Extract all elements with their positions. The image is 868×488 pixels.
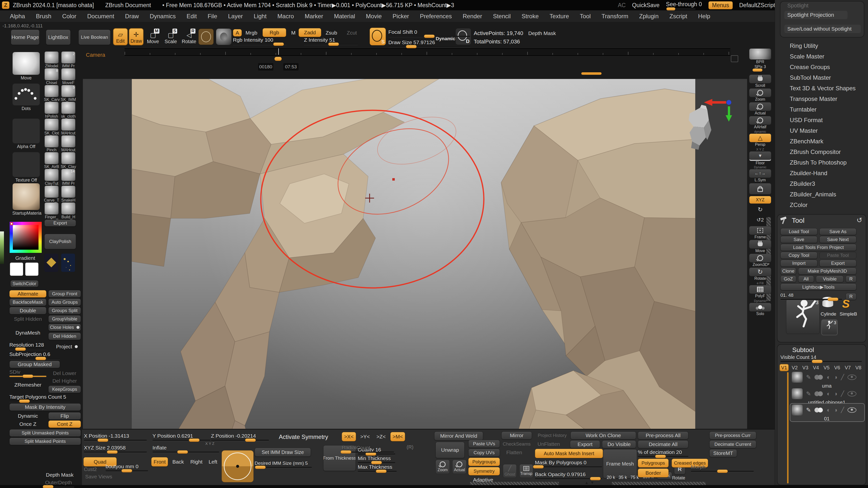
once-z-button[interactable]: Once Z	[9, 420, 46, 428]
brush-sk_cloth[interactable]: sk_cloth	[61, 102, 76, 119]
slider-thumb[interactable]	[189, 438, 199, 442]
resolution-slider[interactable]: Resolution 128	[9, 342, 46, 350]
menus-button[interactable]: Menus	[708, 1, 733, 9]
plugin-text-3d-vector-shapes[interactable]: Text 3D & Vector Shapes	[790, 85, 856, 92]
brush-carve_t[interactable]: Carve_T	[44, 186, 59, 203]
difference-icon[interactable]: ◑	[834, 374, 838, 381]
brush-sk_imm[interactable]: 5SK_IMM	[61, 85, 76, 102]
focal-shift-slider[interactable]: Focal Shift 0	[389, 29, 470, 37]
tool-export-button[interactable]: Export	[819, 260, 857, 267]
menu-brush[interactable]: Brush	[36, 13, 51, 20]
brush-visibility-icon[interactable]: ╱	[841, 391, 844, 397]
m-button[interactable]: M	[290, 29, 297, 36]
uv-symmetry-button[interactable]: Symmetry	[468, 467, 500, 476]
shade-icon[interactable]: ◐	[827, 374, 831, 381]
menu-preferences[interactable]: Preferences	[420, 13, 452, 20]
plugin-uv-master[interactable]: UV Master	[790, 127, 818, 134]
plugin-zbuilder-hand[interactable]: Zbuilder-Hand	[790, 170, 827, 177]
group-masked-button[interactable]: Group Masked	[9, 361, 60, 368]
shelf-rot-cw[interactable]: ↻	[748, 205, 773, 214]
brush-chisel[interactable]: 8Chisel	[44, 68, 59, 85]
auto-groups-button[interactable]: Auto Groups	[49, 299, 81, 306]
menu-help[interactable]: Help	[698, 13, 710, 20]
rotate-mode-button[interactable]: R◁ Rotate	[182, 28, 196, 45]
texture-thumb-map[interactable]	[61, 254, 75, 272]
slider-thumb[interactable]	[365, 452, 376, 456]
brush-pinch[interactable]: Pinch	[44, 135, 59, 152]
tool-copy-tool-button[interactable]: Copy Tool	[780, 252, 817, 259]
save-views-button[interactable]: Save Views	[84, 473, 114, 480]
sdiv-slider[interactable]: SDiv	[9, 369, 46, 377]
menu-alpha[interactable]: Alpha	[10, 13, 25, 20]
export-button[interactable]: Export	[570, 440, 600, 448]
difference-icon[interactable]: ◑	[834, 406, 838, 414]
brush-claytut[interactable]: ClayTut	[44, 169, 59, 186]
viewport-canvas[interactable]	[83, 79, 747, 429]
plugin-usd-format[interactable]: USD Format	[790, 117, 823, 124]
set-imm-draw-size-button[interactable]: Set IMM Draw Size	[255, 448, 311, 457]
plugin-zbrush-compositor[interactable]: ZBrush Compositor	[790, 149, 841, 155]
zsub-button[interactable]: Zsub	[324, 29, 339, 36]
brush-finger_[interactable]: Finger_	[44, 202, 59, 219]
brush-visibility-icon[interactable]: ╱	[841, 374, 844, 380]
menu-material[interactable]: Material	[334, 13, 355, 20]
uv-zoom-button[interactable]: Zoom	[435, 460, 450, 474]
sym-m-button[interactable]: >M<	[390, 432, 405, 441]
del-lower-button[interactable]: Del Lower	[49, 370, 81, 377]
tool-r-button[interactable]: R	[845, 276, 857, 282]
shelf-xyz[interactable]: XYZ	[748, 196, 773, 204]
boutyou-slider[interactable]: boutyou mm 0	[105, 464, 148, 471]
shelf-zoom3d[interactable]: Zoom3D	[748, 254, 773, 267]
slider-thumb[interactable]	[376, 469, 386, 473]
slider-thumb[interactable]	[424, 34, 435, 38]
brush-imm pr[interactable]: 14IMM Pr	[61, 169, 76, 186]
left-view-button[interactable]: Left	[206, 457, 220, 466]
decimate-current-button[interactable]: Decimate Current	[709, 440, 756, 448]
brush-mahcut[interactable]: MAHcut	[61, 135, 76, 152]
dynamic-button[interactable]: Dynamic	[9, 412, 46, 420]
tool-load-tool-button[interactable]: Load Tool	[780, 228, 817, 235]
spotlight-projection-button[interactable]: Spotlight Projection	[784, 11, 847, 19]
menu-transform[interactable]: Transform	[601, 13, 628, 20]
tool-restore-icon[interactable]: ↺	[857, 216, 862, 224]
shelf-persp[interactable]: dynamic△Persp	[748, 130, 773, 147]
camera-gizmo[interactable]	[682, 95, 734, 152]
draw-size-slider[interactable]: Draw Size 57.97126	[389, 39, 470, 48]
menu-texture[interactable]: Texture	[550, 13, 569, 20]
claypolish-button[interactable]: ClayPolish	[44, 234, 76, 249]
visible-count-slider[interactable]: Visible Count 14	[780, 355, 862, 362]
shelf-rot-ccw2[interactable]: ↺2	[748, 216, 773, 224]
zremesher-button[interactable]: ZRemesher	[9, 377, 46, 393]
zadd-button[interactable]: Zadd	[299, 28, 321, 37]
tool-make-polymesh3d-button[interactable]: Make PolyMesh3D	[798, 268, 857, 275]
shade-icon[interactable]: ◐	[827, 390, 831, 397]
sym-y-button[interactable]: >Y<	[358, 432, 372, 441]
eye-icon[interactable]	[847, 374, 857, 380]
menu-layer[interactable]: Layer	[228, 13, 243, 20]
shelf-frame[interactable]: Frame	[748, 226, 773, 239]
shelf-scroll[interactable]: Scroll	[748, 74, 773, 88]
slot-alpha-off[interactable]: Alpha Off	[12, 118, 40, 149]
project-history-button[interactable]: Project History	[535, 431, 569, 439]
shelf-move[interactable]: Move	[748, 240, 773, 253]
mini-slider-thumb[interactable]	[752, 69, 763, 71]
eye-icon[interactable]	[847, 391, 857, 396]
projection-button[interactable]: Project	[53, 343, 81, 350]
mini-tool-thumb[interactable]: 3 01	[822, 319, 838, 335]
menu-dynamics[interactable]: Dynamics	[150, 13, 176, 20]
plugin-transpose-master[interactable]: Transpose Master	[790, 95, 837, 102]
plugin-scale-master[interactable]: Scale Master	[790, 53, 824, 60]
tool-visible-button[interactable]: Visible	[816, 276, 844, 282]
slider-thumb[interactable]	[177, 450, 188, 454]
camera-label[interactable]: Camera	[86, 52, 105, 58]
draw-mode-button[interactable]: ✛ Draw	[129, 28, 144, 45]
plugin-zbrush-to-photoshop[interactable]: ZBrush To Photoshop	[790, 159, 846, 166]
slider-thumb[interactable]	[255, 465, 266, 469]
slider-thumb[interactable]	[245, 438, 256, 442]
menu-movie[interactable]: Movie	[366, 13, 382, 20]
switchcolor-button[interactable]: SwitchColor	[10, 280, 38, 287]
current-stroke-icon[interactable]	[216, 29, 231, 45]
brush-visibility-icon[interactable]: ╱	[841, 407, 844, 413]
y-position-slider[interactable]: Y Position 0.6291	[153, 433, 211, 441]
morph-slider[interactable]: Morph	[691, 464, 754, 472]
